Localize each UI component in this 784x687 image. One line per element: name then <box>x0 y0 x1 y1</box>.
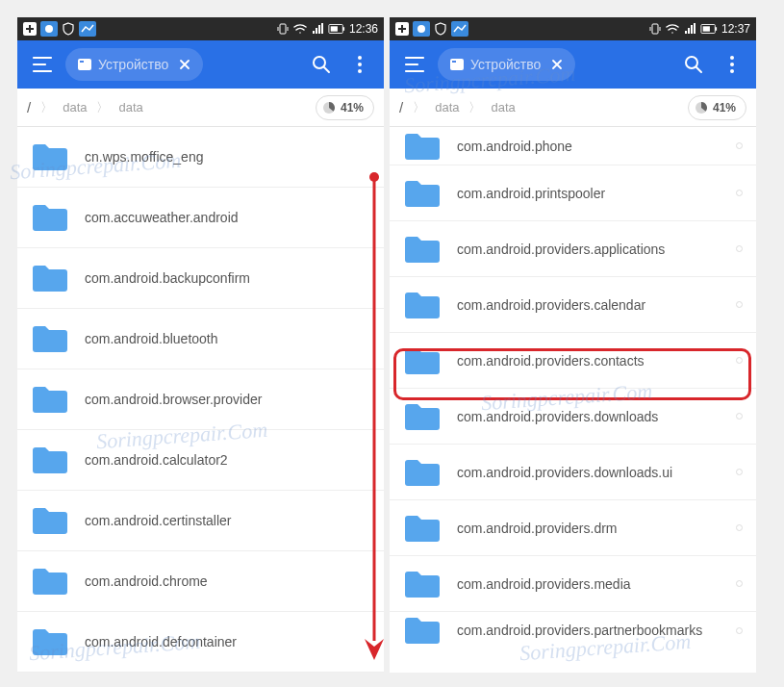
list-item[interactable]: com.android.providers.downloads.ui <box>390 445 756 500</box>
plus-icon <box>23 22 37 36</box>
folder-icon <box>31 505 69 536</box>
folder-icon <box>31 445 69 475</box>
more-button[interactable] <box>716 48 748 81</box>
svg-point-11 <box>358 56 362 60</box>
sdcard-icon <box>449 58 465 71</box>
folder-icon <box>31 263 69 293</box>
wifi-icon <box>666 22 679 36</box>
select-dot[interactable] <box>736 190 743 196</box>
breadcrumb[interactable]: / 〉 data 〉 data 41% <box>390 89 756 127</box>
list-item[interactable]: com.android.browser.provider <box>17 369 384 430</box>
crumb[interactable]: data <box>118 100 142 114</box>
item-name: com.android.bluetooth <box>85 331 218 346</box>
list-item[interactable]: com.android.chrome <box>17 551 384 612</box>
status-right-icons: 12:36 <box>276 21 378 37</box>
select-dot[interactable] <box>736 627 743 634</box>
svg-point-13 <box>358 69 362 73</box>
list-item[interactable]: com.android.printspooler <box>390 165 756 221</box>
status-right-icons: 12:37 <box>648 21 750 37</box>
list-item[interactable]: com.android.providers.calendar <box>390 277 756 333</box>
status-bar: 12:37 <box>390 17 756 40</box>
select-dot[interactable] <box>736 357 743 364</box>
storage-badge[interactable]: 41% <box>316 95 374 120</box>
status-bar: 12:36 <box>17 17 384 40</box>
list-item[interactable]: com.android.phone <box>390 127 756 165</box>
folder-list[interactable]: cn.wps.moffice_eng com.accuweather.andro… <box>17 127 384 673</box>
app-icon <box>40 21 58 37</box>
tab-label: Устройство <box>98 57 168 72</box>
crumb[interactable]: data <box>491 100 515 114</box>
close-icon[interactable] <box>546 54 568 75</box>
list-item[interactable]: com.accuweather.android <box>17 188 384 248</box>
vibrate-icon <box>276 22 290 36</box>
item-name: com.android.providers.contacts <box>457 353 645 369</box>
list-item[interactable]: com.android.certinstaller <box>17 491 384 551</box>
select-dot[interactable] <box>736 524 743 531</box>
menu-button[interactable] <box>25 47 60 82</box>
select-dot[interactable] <box>736 413 743 420</box>
folder-icon <box>31 566 69 597</box>
shield-icon <box>434 22 447 36</box>
svg-point-30 <box>730 69 734 73</box>
select-dot[interactable] <box>736 245 743 252</box>
location-tab[interactable]: Устройство <box>65 48 203 81</box>
item-name: com.android.phone <box>457 139 572 154</box>
crumb[interactable]: / <box>399 99 403 115</box>
shield-icon <box>62 22 75 36</box>
list-item[interactable]: com.android.providers.applications <box>390 221 756 277</box>
item-name: com.android.calculator2 <box>85 452 228 468</box>
battery-icon <box>328 21 345 37</box>
select-dot[interactable] <box>736 469 743 475</box>
search-button[interactable] <box>677 48 710 81</box>
storage-percent: 41% <box>713 101 736 114</box>
svg-rect-23 <box>715 27 717 31</box>
status-time: 12:36 <box>349 22 378 36</box>
item-name: com.android.chrome <box>85 573 208 589</box>
crumb[interactable]: data <box>435 100 459 114</box>
more-button[interactable] <box>343 48 376 81</box>
app-icon <box>413 21 430 37</box>
svg-rect-9 <box>80 61 84 63</box>
search-button[interactable] <box>305 48 338 81</box>
folder-icon <box>403 345 442 376</box>
folder-list[interactable]: com.android.phone com.android.printspool… <box>390 127 756 649</box>
item-name: com.android.defcontainer <box>85 634 237 649</box>
item-name: com.android.providers.applications <box>457 242 665 257</box>
tab-label: Устройство <box>470 57 541 72</box>
svg-rect-7 <box>331 26 338 31</box>
vibrate-icon <box>648 22 662 36</box>
list-item[interactable]: com.android.providers.downloads <box>390 389 756 445</box>
item-name: com.android.providers.drm <box>457 521 618 536</box>
list-item[interactable]: com.android.calculator2 <box>17 430 384 491</box>
folder-icon <box>403 234 442 265</box>
svg-point-28 <box>730 56 734 60</box>
folder-icon <box>403 513 442 544</box>
list-item[interactable]: com.android.backupconfirm <box>17 248 384 309</box>
list-item[interactable]: com.android.providers.partnerbookmarks <box>390 612 756 649</box>
select-dot[interactable] <box>736 301 743 308</box>
app-toolbar: Устройство <box>390 40 756 89</box>
select-dot[interactable] <box>736 580 743 587</box>
storage-badge[interactable]: 41% <box>688 95 746 120</box>
crumb[interactable]: data <box>63 100 87 114</box>
menu-button[interactable] <box>397 47 432 82</box>
chevron-right-icon: 〉 <box>96 99 109 116</box>
svg-point-27 <box>686 57 697 68</box>
svg-rect-25 <box>450 59 464 70</box>
location-tab[interactable]: Устройство <box>438 48 575 81</box>
item-name: com.android.browser.provider <box>85 392 262 407</box>
item-name: com.android.providers.partnerbookmarks <box>457 623 702 638</box>
select-dot[interactable] <box>736 142 743 149</box>
list-item[interactable]: cn.wps.moffice_eng <box>17 127 384 188</box>
close-icon[interactable] <box>174 54 195 75</box>
phone-left: 12:36 Устройство / 〉 <box>17 17 384 673</box>
list-item[interactable]: com.android.providers.media <box>390 556 756 612</box>
svg-rect-24 <box>703 26 710 31</box>
list-item[interactable]: com.android.providers.contacts <box>390 333 756 389</box>
list-item[interactable]: com.android.bluetooth <box>17 309 384 369</box>
breadcrumb[interactable]: / 〉 data 〉 data 41% <box>17 89 384 127</box>
crumb[interactable]: / <box>27 99 31 115</box>
list-item[interactable]: com.android.providers.drm <box>390 500 756 556</box>
status-left-icons <box>23 21 96 37</box>
list-item[interactable]: com.android.defcontainer <box>17 612 384 673</box>
